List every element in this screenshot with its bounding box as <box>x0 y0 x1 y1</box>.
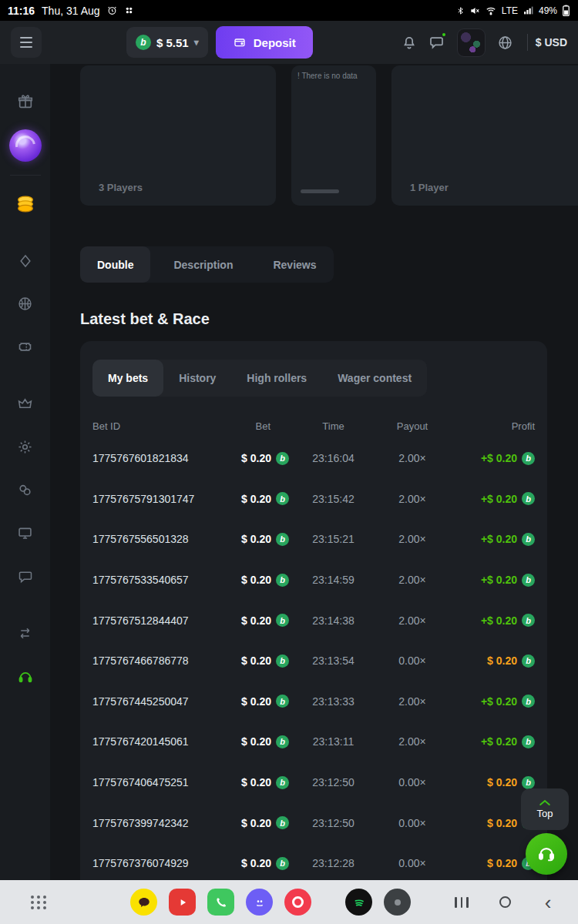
bet-amount: $ 0.20 b <box>212 452 289 465</box>
tab-reviews[interactable]: Reviews <box>256 246 333 283</box>
bet-profit: +$ 0.20 b <box>455 735 535 748</box>
dock-apps <box>130 889 411 916</box>
bet-payout: 2.00× <box>378 493 447 505</box>
sidebar-item-swap[interactable] <box>8 618 42 651</box>
bet-profit: +$ 0.20 b <box>455 695 535 708</box>
battery-icon <box>562 5 570 16</box>
bet-time: 23:12:50 <box>297 817 370 829</box>
app-drawer-button[interactable] <box>31 896 47 909</box>
bet-table-row[interactable]: 1775767399742342 $ 0.20 b 23:12:50 0.00×… <box>92 802 535 843</box>
balance-selector[interactable]: b $ 5.51 ▾ <box>126 27 208 58</box>
dock-app-violet[interactable] <box>246 889 273 916</box>
avatar[interactable] <box>457 28 486 57</box>
language-globe-button[interactable] <box>492 28 519 56</box>
sidebar-item-lottery[interactable] <box>8 331 42 365</box>
deposit-button[interactable]: Deposit <box>216 26 313 59</box>
menu-button[interactable] <box>11 27 42 58</box>
bet-time: 23:14:38 <box>297 614 370 627</box>
home-key[interactable] <box>493 891 516 914</box>
tab-my-bets[interactable]: My bets <box>92 360 163 397</box>
tab-description[interactable]: Description <box>156 246 250 283</box>
dock-app-video-red[interactable] <box>169 889 196 916</box>
swap-arrows-icon <box>17 625 33 644</box>
game-room-card[interactable]: 3 Players <box>80 65 276 206</box>
sidebar-item-settings[interactable] <box>8 431 42 465</box>
dock-app-messenger-yellow[interactable] <box>130 889 157 916</box>
dock-app-phone-green[interactable] <box>207 889 234 916</box>
headset-icon <box>17 668 34 688</box>
coin-icon: b <box>522 614 535 627</box>
bet-table-row[interactable]: 1775767466786778 $ 0.20 b 23:13:54 0.00×… <box>92 641 535 681</box>
bet-id: 1775767601821834 <box>92 452 200 464</box>
bet-table-row[interactable]: 1775767556501328 $ 0.20 b 23:15:21 2.00×… <box>92 519 535 560</box>
dock-app-dark[interactable] <box>384 889 411 916</box>
wallet-icon <box>233 36 247 49</box>
bet-table-row[interactable]: 1775767601821834 $ 0.20 b 23:16:04 2.00×… <box>92 438 535 479</box>
bet-time: 23:12:50 <box>297 776 370 788</box>
dock-app-spotify[interactable] <box>345 889 372 916</box>
bet-table-row[interactable]: 1775767406475251 $ 0.20 b 23:12:50 0.00×… <box>92 762 535 803</box>
deposit-label: Deposit <box>254 36 296 49</box>
bluetooth-icon <box>456 5 465 16</box>
bet-profit: +$ 0.20 b <box>455 452 535 465</box>
page-tabs: DoubleDescriptionReviews <box>80 246 334 283</box>
coin-icon: b <box>522 533 535 546</box>
ticket-icon <box>17 339 33 357</box>
coin-icon: b <box>276 492 289 505</box>
sidebar-item-sports[interactable] <box>8 288 42 322</box>
coin-icon: b <box>276 574 289 587</box>
notifications-button[interactable] <box>395 28 423 56</box>
sidebar-item-vip[interactable] <box>8 388 42 422</box>
back-key[interactable]: ‹ <box>536 891 560 914</box>
coin-icon: b <box>522 776 535 789</box>
dock-app-camera-red[interactable] <box>284 889 311 916</box>
wifi-calling-icon <box>485 5 497 16</box>
bet-table-row[interactable]: 1775767376074929 $ 0.20 b 23:12:28 0.00×… <box>92 843 535 880</box>
support-fab[interactable] <box>526 833 567 875</box>
bet-table-row[interactable]: 1775767420145061 $ 0.20 b 23:13:11 2.00×… <box>92 721 535 762</box>
bet-id: 1775767376074929 <box>92 857 200 869</box>
coin-icon: b <box>276 735 289 748</box>
sidebar <box>0 64 50 880</box>
sidebar-item-casino[interactable] <box>8 245 42 279</box>
coin-icon: b <box>522 735 535 748</box>
chat-button[interactable] <box>423 28 451 56</box>
basketball-icon <box>17 296 33 314</box>
game-room-card[interactable]: 1 Player <box>391 65 578 206</box>
sidebar-item-support[interactable] <box>8 661 42 695</box>
recents-key[interactable] <box>450 891 473 914</box>
bet-id: 1775767420145061 <box>92 735 200 748</box>
no-data-notice: ! There is no data <box>297 72 373 80</box>
sidebar-item-games[interactable] <box>8 474 42 508</box>
signal-icon <box>523 5 534 15</box>
col-bet-id: Bet ID <box>92 420 204 432</box>
coin-icon: b <box>276 816 289 829</box>
bet-table-row[interactable]: 1775767533540657 $ 0.20 b 23:14:59 2.00×… <box>92 560 535 601</box>
bet-amount: $ 0.20 b <box>212 857 289 870</box>
fiat-currency-label[interactable]: $ USD <box>536 36 567 49</box>
sidebar-divider <box>10 175 41 176</box>
headset-icon <box>536 843 556 865</box>
game-widget-card[interactable]: ! There is no data <box>291 65 376 206</box>
bet-payout: 2.00× <box>378 614 447 627</box>
col-time: Time <box>297 420 370 432</box>
tab-high-rollers[interactable]: High rollers <box>231 360 322 397</box>
sidebar-item-coins-game[interactable] <box>8 188 42 222</box>
coin-icon: b <box>276 776 289 789</box>
gift-icon <box>17 93 34 112</box>
tab-history[interactable]: History <box>163 360 231 397</box>
bet-table-row[interactable]: 17757675791301747 $ 0.20 b 23:15:42 2.00… <box>92 479 535 520</box>
bet-time: 23:15:42 <box>297 493 370 505</box>
tab-wager-contest[interactable]: Wager contest <box>322 360 427 397</box>
bet-profit: $ 0.20 b <box>455 654 535 668</box>
bet-id: 1775767466786778 <box>92 654 200 667</box>
sidebar-item-providers[interactable] <box>8 517 42 551</box>
chat-bubble-icon <box>18 569 33 587</box>
sidebar-item-bonus[interactable] <box>8 85 42 119</box>
sidebar-item-active-game[interactable] <box>8 129 42 162</box>
sidebar-item-forum[interactable] <box>8 561 42 594</box>
bet-table-row[interactable]: 1775767512844407 $ 0.20 b 23:14:38 2.00×… <box>92 600 535 641</box>
back-to-top-button[interactable]: Top <box>521 788 569 830</box>
tab-double[interactable]: Double <box>80 246 150 283</box>
bet-table-row[interactable]: 1775767445250047 $ 0.20 b 23:13:33 2.00×… <box>92 681 535 722</box>
